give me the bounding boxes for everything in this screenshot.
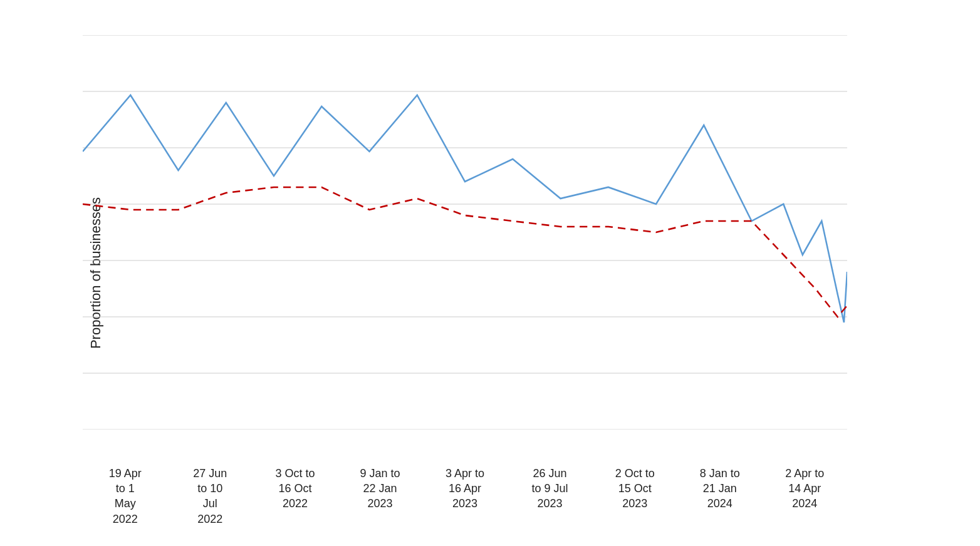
- accom-line: [83, 95, 847, 322]
- x-label-2: 27 Junto 10Jul2022: [168, 466, 253, 527]
- x-axis-labels: 19 Aprto 1May2022 27 Junto 10Jul2022 3 O…: [83, 466, 847, 527]
- x-label-6: 26 Junto 9 Jul2023: [508, 466, 593, 527]
- x-label-8: 8 Jan to21 Jan2024: [677, 466, 763, 527]
- x-label-7: 2 Oct to15 Oct2023: [592, 466, 677, 527]
- x-label-9: 2 Apr to14 Apr2024: [763, 466, 848, 527]
- x-label-1: 19 Aprto 1May2022: [83, 466, 168, 527]
- chart-container: Proportion of businesses 70% 60% 50% 40%…: [20, 16, 960, 530]
- x-label-3: 3 Oct to16 Oct2022: [253, 466, 338, 527]
- chart-svg: 70% 60% 50% 40% 30% 20% 10% 0% 27.9% 22.…: [83, 35, 847, 430]
- all-businesses-line: [83, 187, 847, 317]
- x-label-4: 9 Jan to22 Jan2023: [338, 466, 423, 527]
- chart-area: 70% 60% 50% 40% 30% 20% 10% 0% 27.9% 22.…: [83, 35, 847, 430]
- x-label-5: 3 Apr to16 Apr2023: [422, 466, 508, 527]
